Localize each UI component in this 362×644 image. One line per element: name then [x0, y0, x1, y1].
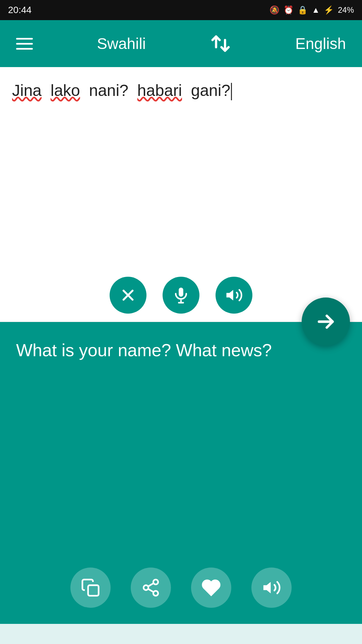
word-gani: gani?: [191, 82, 230, 99]
svg-line-9: [148, 583, 154, 587]
speak-input-button[interactable]: [216, 277, 252, 314]
svg-point-5: [153, 580, 158, 585]
output-actions: [70, 568, 292, 608]
output-section: What is your name? What news?: [0, 322, 362, 624]
heart-icon: [201, 578, 221, 597]
alarm-icon: ⏰: [284, 5, 294, 15]
source-language-button[interactable]: Swahili: [97, 35, 146, 53]
svg-rect-0: [179, 288, 183, 297]
share-button[interactable]: [131, 568, 171, 608]
speaker-icon: [225, 286, 243, 304]
svg-marker-3: [227, 290, 233, 301]
input-actions: [110, 277, 252, 314]
translate-button[interactable]: [302, 298, 350, 346]
microphone-icon: [172, 286, 190, 304]
svg-rect-4: [88, 585, 99, 596]
svg-point-7: [153, 591, 158, 596]
charge-icon: ⚡: [324, 5, 334, 15]
target-language-button[interactable]: English: [295, 35, 346, 53]
input-text[interactable]: Jina lako nani? habari gani?: [12, 79, 350, 102]
app-container: 20:44 🔕 ⏰ 🔒 ▲ ⚡ 24% Swahili English: [0, 0, 362, 644]
content-area: Jina lako nani? habari gani?: [0, 67, 362, 644]
mute-icon: 🔕: [269, 5, 280, 15]
speak-output-button[interactable]: [251, 568, 292, 608]
status-bar: 20:44 🔕 ⏰ 🔒 ▲ ⚡ 24%: [0, 0, 362, 20]
favorite-button[interactable]: [191, 568, 231, 608]
copy-button[interactable]: [70, 568, 111, 608]
svg-point-6: [143, 585, 148, 590]
word-jina: Jina: [12, 82, 42, 99]
svg-marker-10: [263, 582, 271, 593]
signal-icon: ▲: [312, 5, 320, 15]
copy-icon: [81, 578, 100, 597]
word-lako: lako: [51, 82, 80, 99]
word-habari: habari: [137, 82, 182, 99]
share-icon: [141, 578, 161, 597]
clear-icon: [119, 286, 137, 304]
clear-button[interactable]: [110, 277, 146, 314]
battery-label: 24%: [338, 5, 354, 15]
speaker-output-icon: [262, 578, 281, 597]
header: Swahili English: [0, 20, 362, 67]
swap-languages-button[interactable]: [210, 33, 231, 54]
status-time: 20:44: [8, 5, 32, 15]
input-section: Jina lako nani? habari gani?: [0, 67, 362, 322]
output-text: What is your name? What news?: [16, 338, 346, 363]
svg-line-8: [148, 589, 154, 592]
lock-icon: 🔒: [298, 5, 308, 15]
microphone-button[interactable]: [163, 277, 199, 314]
translate-icon: [314, 310, 338, 333]
status-icons: 🔕 ⏰ 🔒 ▲ ⚡ 24%: [269, 5, 354, 15]
text-cursor: [231, 83, 232, 100]
word-nani: nani?: [89, 82, 128, 99]
menu-button[interactable]: [16, 38, 33, 50]
